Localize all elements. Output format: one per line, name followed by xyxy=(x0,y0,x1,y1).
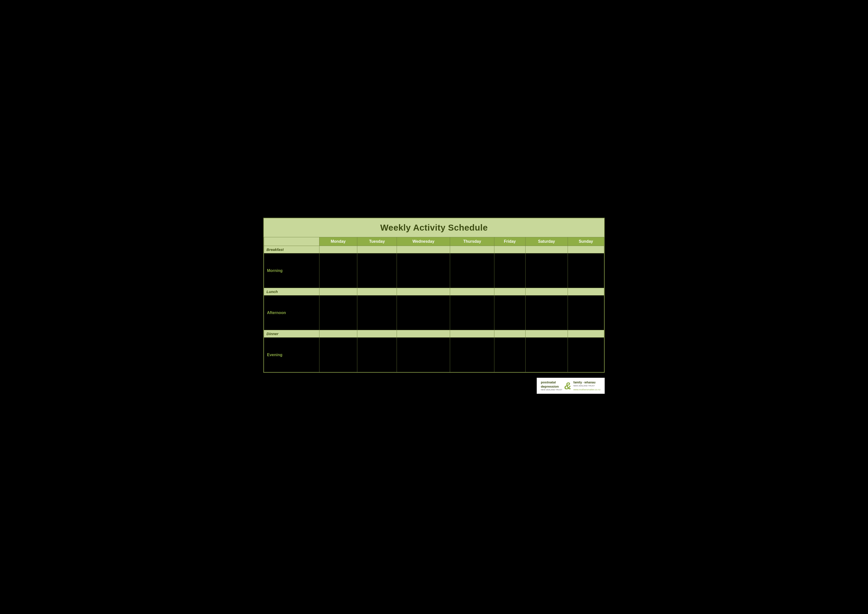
activity-cell[interactable] xyxy=(494,253,525,288)
meal-cell[interactable] xyxy=(357,288,397,295)
meal-cell[interactable] xyxy=(525,246,567,253)
activity-cell[interactable] xyxy=(525,295,567,330)
logo-nztrust: NEW ZEALAND TRUST xyxy=(541,389,563,391)
header-wednesday: Wednesday xyxy=(397,237,450,246)
meal-cell[interactable] xyxy=(494,246,525,253)
schedule-container: Weekly Activity Schedule Monday Tuesday … xyxy=(263,218,605,373)
logo-postnatal: postnatal xyxy=(541,381,563,384)
meal-cell[interactable] xyxy=(494,288,525,295)
header-sunday: Sunday xyxy=(567,237,604,246)
logo-website: www.mothersmatter.co.nz xyxy=(573,388,600,391)
meal-cell[interactable] xyxy=(494,330,525,337)
activity-cell[interactable] xyxy=(357,337,397,372)
header-row: Monday Tuesday Wednesday Thursday Friday… xyxy=(264,237,604,246)
logo-box: postnatal depression NEW ZEALAND TRUST &… xyxy=(537,378,605,393)
logo-ampersand-icon: & xyxy=(564,381,571,391)
activity-cell[interactable] xyxy=(567,337,604,372)
activity-cell[interactable] xyxy=(319,295,357,330)
activity-cell[interactable] xyxy=(450,337,494,372)
activity-cell[interactable] xyxy=(525,253,567,288)
meal-label-breakfast: Breakfast xyxy=(264,246,319,253)
meal-cell[interactable] xyxy=(567,330,604,337)
meal-label-lunch: Lunch xyxy=(264,288,319,295)
activity-cell[interactable] xyxy=(357,295,397,330)
meal-label-dinner: Dinner xyxy=(264,330,319,337)
meal-row-breakfast: Breakfast xyxy=(264,246,604,253)
activity-cell[interactable] xyxy=(494,337,525,372)
schedule-title: Weekly Activity Schedule xyxy=(264,218,604,237)
header-friday: Friday xyxy=(494,237,525,246)
activity-cell[interactable] xyxy=(319,337,357,372)
meal-cell[interactable] xyxy=(525,288,567,295)
activity-cell[interactable] xyxy=(397,295,450,330)
activity-row-morning: Morning xyxy=(264,253,604,288)
meal-cell[interactable] xyxy=(450,330,494,337)
activity-cell[interactable] xyxy=(397,337,450,372)
logo-nztrust2: NEW ZEALAND TRUST xyxy=(573,385,600,387)
activity-cell[interactable] xyxy=(357,253,397,288)
header-tuesday: Tuesday xyxy=(357,237,397,246)
meal-cell[interactable] xyxy=(567,288,604,295)
header-monday: Monday xyxy=(319,237,357,246)
schedule-body: BreakfastMorningLunchAfternoonDinnerEven… xyxy=(264,246,604,372)
header-thursday: Thursday xyxy=(450,237,494,246)
logo-depression: depression xyxy=(541,385,563,389)
activity-row-evening: Evening xyxy=(264,337,604,372)
activity-cell[interactable] xyxy=(525,337,567,372)
activity-row-afternoon: Afternoon xyxy=(264,295,604,330)
activity-cell[interactable] xyxy=(567,253,604,288)
meal-cell[interactable] xyxy=(525,330,567,337)
meal-cell[interactable] xyxy=(357,246,397,253)
meal-cell[interactable] xyxy=(319,330,357,337)
logo-family: family · whanau xyxy=(573,381,600,385)
meal-cell[interactable] xyxy=(397,330,450,337)
activity-label-evening: Evening xyxy=(264,337,319,372)
meal-cell[interactable] xyxy=(567,246,604,253)
meal-cell[interactable] xyxy=(450,246,494,253)
header-saturday: Saturday xyxy=(525,237,567,246)
activity-cell[interactable] xyxy=(450,253,494,288)
meal-cell[interactable] xyxy=(397,246,450,253)
meal-cell[interactable] xyxy=(319,246,357,253)
meal-row-lunch: Lunch xyxy=(264,288,604,295)
meal-cell[interactable] xyxy=(397,288,450,295)
meal-row-dinner: Dinner xyxy=(264,330,604,337)
activity-cell[interactable] xyxy=(567,295,604,330)
meal-cell[interactable] xyxy=(319,288,357,295)
activity-cell[interactable] xyxy=(494,295,525,330)
empty-header-cell xyxy=(264,237,319,246)
meal-cell[interactable] xyxy=(357,330,397,337)
activity-label-morning: Morning xyxy=(264,253,319,288)
logo-text-right: family · whanau NEW ZEALAND TRUST www.mo… xyxy=(573,381,600,390)
activity-cell[interactable] xyxy=(397,253,450,288)
meal-cell[interactable] xyxy=(450,288,494,295)
activity-cell[interactable] xyxy=(319,253,357,288)
activity-label-afternoon: Afternoon xyxy=(264,295,319,330)
schedule-table: Monday Tuesday Wednesday Thursday Friday… xyxy=(264,237,604,372)
logo-area: postnatal depression NEW ZEALAND TRUST &… xyxy=(263,373,605,396)
activity-cell[interactable] xyxy=(450,295,494,330)
logo-text-left: postnatal depression NEW ZEALAND TRUST xyxy=(541,381,563,391)
